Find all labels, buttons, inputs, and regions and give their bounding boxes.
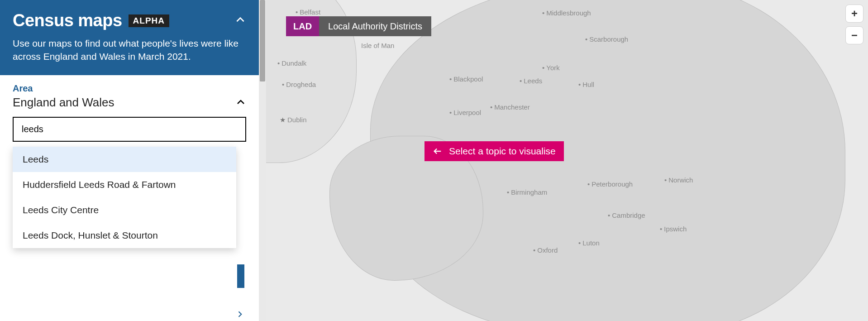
chevron-up-icon [234, 14, 246, 26]
city-label: Birmingham [507, 188, 547, 196]
city-label: Dublin [280, 116, 307, 124]
arrow-left-icon [433, 146, 443, 156]
chevron-right-icon [235, 310, 244, 319]
city-label: Luton [578, 239, 600, 247]
dropdown-item[interactable]: Leeds Dock, Hunslet & Stourton [13, 223, 236, 248]
city-label: Hull [578, 81, 594, 88]
sidebar-header: Census maps ALPHA Use our maps to find o… [0, 0, 259, 75]
city-label: Manchester [490, 103, 530, 111]
city-label: Drogheda [282, 81, 316, 88]
dropdown-item[interactable]: Huddersfield Leeds Road & Fartown [13, 172, 236, 197]
area-search-input[interactable] [13, 117, 246, 142]
city-label: York [542, 64, 560, 72]
select-topic-cta[interactable]: Select a topic to visualise [424, 141, 564, 161]
city-label: Cambridge [608, 211, 645, 219]
dropdown-item[interactable]: Leeds City Centre [13, 197, 236, 223]
area-selector[interactable]: England and Wales [13, 96, 246, 110]
sidebar-scrollbar[interactable] [259, 0, 266, 321]
city-label: Liverpool [449, 109, 481, 116]
zoom-controls: + − [845, 5, 863, 44]
layer-badge: LAD Local Authority Districts [286, 16, 431, 36]
zoom-in-button[interactable]: + [845, 5, 863, 23]
layer-full: Local Authority Districts [319, 16, 431, 36]
city-label: Middlesbrough [542, 9, 591, 17]
zoom-out-button[interactable]: − [845, 26, 863, 44]
collapse-sidebar-button[interactable] [234, 14, 246, 28]
layer-abbr: LAD [286, 16, 319, 36]
city-label: Oxford [533, 246, 558, 254]
alpha-badge: ALPHA [129, 14, 169, 27]
city-label: Isle of Man [361, 42, 394, 49]
map-canvas[interactable]: BelfastIsle of ManDundalkDroghedaDublinM… [266, 0, 868, 321]
expand-topic-button[interactable] [235, 310, 244, 321]
cta-label: Select a topic to visualise [449, 146, 556, 157]
city-label: Norwich [664, 176, 693, 184]
city-label: Peterborough [587, 180, 633, 188]
city-label: Dundalk [277, 59, 306, 67]
page-subtitle: Use our maps to find out what people's l… [13, 37, 246, 63]
scrollbar-thumb[interactable] [260, 0, 265, 81]
area-value: England and Wales [13, 96, 114, 110]
city-label: Belfast [296, 8, 320, 16]
area-search-dropdown: Leeds Huddersfield Leeds Road & Fartown … [13, 147, 236, 248]
button-edge-peek [237, 264, 244, 288]
chevron-up-icon [235, 97, 246, 108]
page-title: Census maps [13, 11, 122, 30]
sidebar: Census maps ALPHA Use our maps to find o… [0, 0, 259, 321]
dropdown-item[interactable]: Leeds [13, 147, 236, 172]
city-label: Scarborough [585, 35, 628, 43]
city-label: Ipswich [660, 225, 687, 233]
city-label: Blackpool [449, 75, 483, 83]
area-section-label: Area [13, 83, 246, 94]
city-label: Leeds [520, 77, 542, 85]
